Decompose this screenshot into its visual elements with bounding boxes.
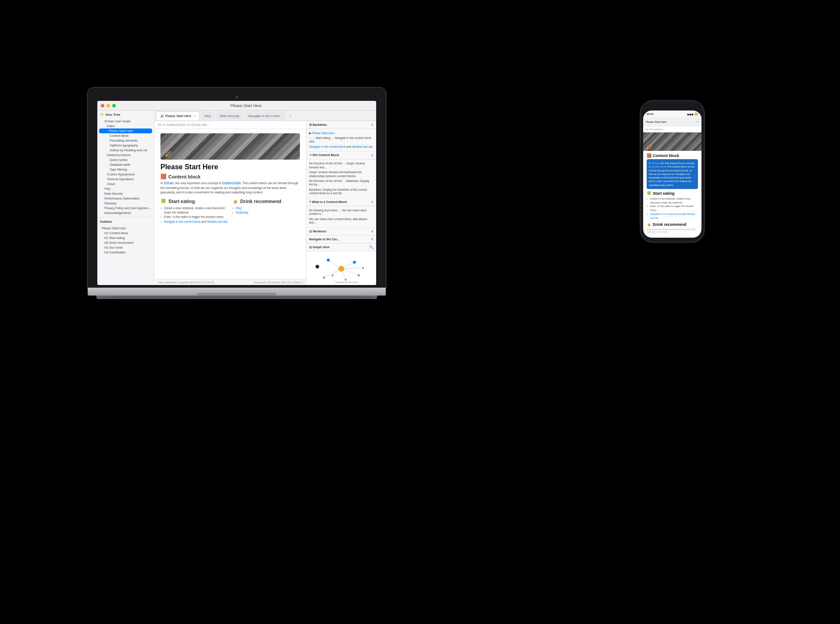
section1-text: In SiYuan, the only important core conce… bbox=[160, 181, 300, 195]
phone-edit-icon[interactable]: ✏ bbox=[697, 120, 699, 123]
sidebar-item-appearance[interactable]: Custom Appearance bbox=[97, 172, 154, 177]
sidebar-item-content-block[interactable]: Content Block bbox=[97, 133, 154, 138]
sidebar-item-formatting[interactable]: Formatting elements bbox=[97, 138, 154, 143]
section3-title: 🍺 Drink recommend bbox=[232, 199, 300, 204]
sidebar[interactable]: 📁 Doc Tree SiYuan User Guide Editor Plea… bbox=[97, 111, 154, 285]
sidebar-item-advsearch[interactable]: Advanced search bbox=[97, 153, 154, 157]
laptop-screen: Please Start Here 📁 Doc Tree SiYuan User… bbox=[97, 101, 376, 285]
graph-view-toggle[interactable]: 🔍 bbox=[369, 245, 374, 249]
phone-section1-title: 🧱 Content block bbox=[647, 153, 698, 158]
svg-point-15 bbox=[316, 265, 319, 268]
backlinks-section: ▶ Please Start Here →→ Start eating → Na… bbox=[306, 129, 376, 152]
maximize-button[interactable] bbox=[112, 104, 116, 107]
section1-title: 🧱 Content block bbox=[160, 174, 300, 179]
tab-faq[interactable]: FAQ bbox=[200, 111, 215, 120]
sidebar-item-user-guide[interactable]: SiYuan User Guide bbox=[97, 119, 154, 124]
content-block-highlight: Content block bbox=[222, 182, 241, 185]
svg-point-14 bbox=[332, 275, 334, 276]
tab-close-icon[interactable]: × bbox=[193, 114, 196, 118]
mentions-toggle[interactable]: ∨ bbox=[371, 229, 374, 233]
sidebar-item-please-start[interactable]: Please Start Here bbox=[99, 128, 152, 133]
window-tab-link[interactable]: Window and tab bbox=[207, 220, 228, 223]
ref-item-1: No Direction of the ref link → Graph: br… bbox=[309, 161, 374, 170]
tab-please-start[interactable]: 🎉 Please Start Here × bbox=[156, 111, 199, 120]
close-button[interactable] bbox=[101, 104, 104, 107]
phone-navigate-link[interactable]: Navigate in the content block bbox=[650, 213, 681, 215]
svg-line-5 bbox=[342, 268, 363, 269]
phone-hero: 🎉 bbox=[643, 132, 701, 151]
ref-block-toggle[interactable]: ∨ bbox=[371, 153, 374, 157]
navigate-panel-label: Navigate in the Cor... bbox=[309, 238, 339, 241]
sidebar-item-cloud[interactable]: Cloud bbox=[97, 182, 154, 186]
svg-point-8 bbox=[353, 261, 356, 264]
backlinks-item-3[interactable]: Navigate in the content block and Window… bbox=[309, 144, 374, 149]
phone-s2-item-1: Create a new notebook, create a new docu… bbox=[647, 197, 698, 205]
svg-point-12 bbox=[345, 279, 346, 281]
phone-section3-title: 🍺 Drink recommend bbox=[647, 222, 698, 227]
app-titlebar: Please Start Here bbox=[97, 101, 376, 111]
outline-item-6[interactable]: H2 Contribution bbox=[97, 250, 154, 255]
tab-navigate[interactable]: Navigate in the Conte... bbox=[244, 111, 286, 120]
siyuan-highlight: SiYuan bbox=[164, 182, 174, 185]
backlinks-item-1[interactable]: ▶ Please Start Here bbox=[309, 131, 374, 135]
ref-item-4: Backlinks: Display the backlinks of the … bbox=[309, 187, 374, 196]
what-is-section: No Naming and memo → We can name each co… bbox=[306, 206, 376, 228]
status-verify: Index verification complete 2023-08-27 1… bbox=[158, 281, 214, 284]
tab-label: Please Start Here bbox=[165, 114, 191, 118]
phone-notch bbox=[662, 105, 683, 109]
backlinks-label: ☰ Backlinks bbox=[309, 123, 327, 127]
section2-item-2: Enter / in the editor to trigger the fun… bbox=[160, 215, 228, 219]
status-stats: Characters 181 Words 138 Links 4 Refs 4 bbox=[254, 281, 303, 284]
phone: 13:13 ▶▶▶ 📶 Please Start Here ✏ Hu ✦ Con… bbox=[641, 101, 704, 242]
col-drink-recommend: 🍺 Drink recommend FAQ Roadmap bbox=[232, 199, 300, 225]
sidebar-item-acknowledgements[interactable]: Acknowledgements bbox=[97, 210, 154, 215]
navigate-panel-toggle[interactable]: ∨ bbox=[371, 237, 374, 241]
sidebar-item-faq[interactable]: FAQ bbox=[97, 186, 154, 191]
phone-signal: ▶▶▶ 📶 bbox=[687, 113, 698, 116]
sidebar-item-typefilter[interactable]: Type filtering bbox=[97, 167, 154, 172]
sidebar-outline: Outline Please Start Here H2 Content blo… bbox=[97, 217, 154, 255]
phone-sync-note: Data exported has been synchronised, loc… bbox=[647, 228, 698, 233]
outline-item-3[interactable]: H2 Start eating bbox=[97, 235, 154, 240]
ref-block-label: ↗ Ref Content Block bbox=[309, 153, 339, 157]
section3-item-roadmap[interactable]: Roadmap bbox=[232, 210, 300, 215]
outline-item-4[interactable]: H2 Drink recommend bbox=[97, 240, 154, 245]
backlinks-toggle[interactable]: ∨ bbox=[371, 123, 374, 127]
content-and-panel: Hu ✦ Content block › In SiYuan, the... 🎉… bbox=[154, 121, 376, 285]
sidebar-item-editor[interactable]: Editor bbox=[97, 124, 154, 128]
sidebar-item-glossary[interactable]: Glossary bbox=[97, 201, 154, 206]
svg-point-7 bbox=[339, 266, 344, 271]
what-is-toggle[interactable]: ∨ bbox=[371, 200, 374, 204]
sidebar-item-general[interactable]: General Operations bbox=[97, 177, 154, 182]
phone-screen: 13:13 ▶▶▶ 📶 Please Start Here ✏ Hu ✦ Con… bbox=[643, 111, 701, 238]
minimize-button[interactable] bbox=[107, 104, 110, 107]
section3-item-faq[interactable]: FAQ bbox=[232, 206, 300, 210]
sidebar-item-performance[interactable]: Performance Optimization bbox=[97, 196, 154, 201]
laptop-foot bbox=[96, 296, 377, 299]
sidebar-item-dbtable[interactable]: Database table bbox=[97, 162, 154, 167]
tab-add-button[interactable]: + bbox=[289, 113, 292, 118]
sidebar-item-datasecurity[interactable]: Data Security bbox=[97, 191, 154, 196]
tab-datasecurity[interactable]: Data Security bbox=[216, 111, 243, 120]
what-is-header: ? What is a Content Block ∨ bbox=[306, 198, 376, 206]
sidebar-header: 📁 Doc Tree bbox=[97, 111, 154, 119]
laptop-screen-outer: Please Start Here 📁 Doc Tree SiYuan User… bbox=[88, 88, 386, 288]
sidebar-item-query[interactable]: Query syntax bbox=[97, 157, 154, 162]
navigate-link[interactable]: Navigate in the content block bbox=[164, 220, 200, 223]
outline-item-1[interactable]: Please Start Here bbox=[97, 226, 154, 231]
sidebar-item-privacy[interactable]: Privacy Policy and User Agreement bbox=[97, 206, 154, 210]
content-area[interactable]: 🎉 Please Start Here 🧱 Content block In S… bbox=[154, 129, 306, 279]
phone-content[interactable]: 🧱 Content block In SiYuan, the only impo… bbox=[643, 151, 701, 236]
hero-image: 🎉 bbox=[160, 133, 300, 160]
sidebar-item-outline[interactable]: Outline by Heading and List bbox=[97, 148, 154, 153]
phone-s2-item-2: Enter / in the editor to trigger the fun… bbox=[647, 204, 698, 212]
phone-tab-label[interactable]: Please Start Here bbox=[646, 121, 666, 123]
outline-item-2[interactable]: H2 Content block bbox=[97, 231, 154, 235]
tab-emoji: 🎉 bbox=[160, 114, 164, 118]
ref-block-section: No Direction of the ref link → Graph: br… bbox=[306, 160, 376, 199]
phone-section2-list: Create a new notebook, create a new docu… bbox=[647, 197, 698, 220]
backlinks-header: ☰ Backlinks ∨ bbox=[306, 121, 376, 129]
outline-item-5[interactable]: H2 Our home bbox=[97, 245, 154, 250]
sidebar-item-typography[interactable]: Optimize typography bbox=[97, 143, 154, 148]
what-is-item-1: No Naming and memo → We can name each co… bbox=[309, 208, 374, 217]
